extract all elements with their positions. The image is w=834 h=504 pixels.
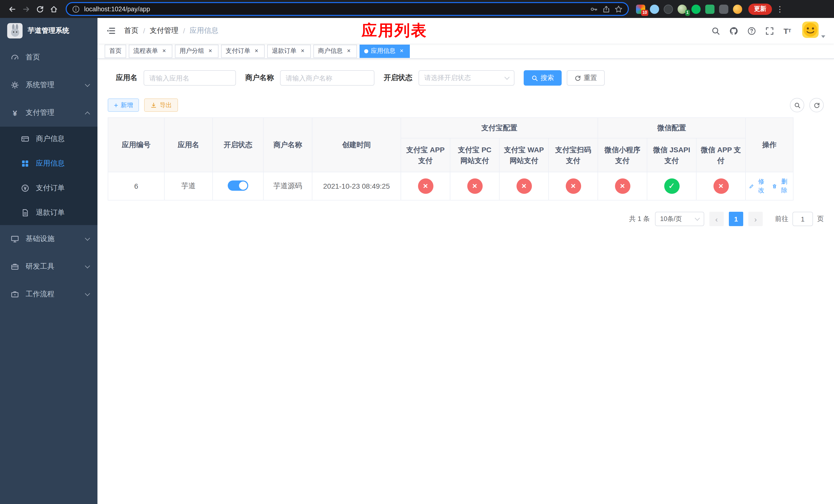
tab-user-group[interactable]: 用户分组× [175,44,219,58]
reload-icon[interactable] [33,2,47,16]
page-title: 应用列表 [361,20,427,41]
extension-drop-icon[interactable] [650,4,659,14]
search-icon[interactable] [710,26,721,36]
sidebar-item-home[interactable]: 首页 [0,44,97,71]
sidebar-fold-icon[interactable] [106,26,116,36]
app-title: 芋道管理系统 [28,26,69,36]
app-name-input-wrap [144,70,236,86]
breadcrumb-payment[interactable]: 支付管理 [150,26,178,36]
tab-label: 退款订单 [272,47,297,55]
tab-close-icon[interactable]: × [160,47,168,54]
col-wx-app: 微信 APP 支付 [696,138,746,172]
password-key-icon[interactable] [590,5,598,13]
plus-icon: + [114,101,118,109]
export-button[interactable]: 导出 [144,98,178,112]
app-logo-row[interactable]: 芋道管理系统 [0,18,97,44]
refresh-table-icon[interactable] [809,98,824,112]
help-icon[interactable] [746,26,756,36]
sidebar-item-system[interactable]: 系统管理 [0,71,97,99]
chrome-update-button[interactable]: 更新 [748,3,772,15]
sidebar-item-refund-order[interactable]: 退款订单 [0,201,97,225]
sidebar-item-app-info[interactable]: 应用信息 [0,151,97,176]
cell-created: 2021-10-23 08:49:25 [312,172,401,200]
user-avatar[interactable] [802,22,819,38]
tab-home[interactable]: 首页 [105,44,126,58]
chevron-down-icon [504,75,510,80]
forward-icon[interactable] [19,2,33,16]
edit-button[interactable]: 修改 [749,177,767,195]
chevron-down-icon [85,82,90,87]
goto-page-input[interactable] [792,212,813,226]
extensions-puzzle-icon[interactable] [719,4,728,14]
status-select[interactable]: 请选择开启状态 [419,70,514,86]
delete-button-label: 删除 [778,177,790,195]
sidebar-item-label: 基础设施 [26,234,54,244]
alipay-app-status-icon: × [418,178,433,194]
table-toolbar: +新增 导出 [108,98,824,112]
font-size-icon[interactable]: TT [782,26,792,36]
tab-close-icon[interactable]: × [299,47,306,54]
profile-avatar-icon[interactable] [733,4,742,14]
browser-menu-icon[interactable]: ⋮ [776,4,782,14]
delete-button[interactable]: 删除 [772,177,790,195]
sidebar-item-label: 首页 [26,53,40,62]
fullscreen-icon[interactable] [764,26,774,36]
extension-grid-icon[interactable]: 10 [636,4,645,14]
extension-chat-icon[interactable] [705,4,715,14]
extension-avatar-icon[interactable]: 1 [678,4,687,14]
page-size-select[interactable]: 10条/页 [655,212,704,226]
extension-wechat-devtools-icon[interactable] [692,4,701,14]
prev-page-button[interactable]: ‹ [709,212,724,226]
merchant-name-input[interactable] [286,74,369,82]
status-toggle[interactable] [228,180,248,190]
avatar-caret-icon[interactable] [821,36,825,38]
tab-close-icon[interactable]: × [207,47,214,54]
share-icon[interactable] [602,5,610,13]
col-app-name: 应用名 [164,118,213,172]
hide-search-icon[interactable] [790,98,804,112]
tab-pay-order[interactable]: 支付订单× [221,44,265,58]
github-icon[interactable] [728,26,739,36]
add-button[interactable]: +新增 [108,98,139,112]
sidebar-item-payment[interactable]: ¥ 支付管理 [0,99,97,127]
next-page-button[interactable]: › [748,212,763,226]
search-button[interactable]: 搜索 [524,70,562,86]
briefcase-icon [10,290,20,298]
app-name-input[interactable] [149,74,230,82]
sidebar-item-label: 商户信息 [36,134,65,143]
col-alipay-pc: 支付宝 PC 网站支付 [450,138,499,172]
sidebar-item-workflow[interactable]: 工作流程 [0,280,97,308]
page-number-button[interactable]: 1 [729,212,743,226]
add-button-label: 新增 [120,101,133,110]
address-bar[interactable]: localhost:1024/pay/app [66,2,629,16]
toolbox-icon [10,262,20,271]
site-info-icon[interactable] [72,5,80,13]
tab-merchant-info[interactable]: 商户信息× [313,44,357,58]
sidebar-item-dev-tools[interactable]: 研发工具 [0,253,97,280]
home-icon[interactable] [47,2,61,16]
credit-card-icon [21,135,30,143]
breadcrumb-home[interactable]: 首页 [124,26,138,36]
extension-dark-icon[interactable] [664,4,673,14]
sidebar-item-infra[interactable]: 基础设施 [0,225,97,253]
tab-close-icon[interactable]: × [253,47,260,54]
tab-app-info[interactable]: 应用信息× [359,44,410,58]
sidebar-item-merchant-info[interactable]: 商户信息 [0,127,97,151]
col-alipay-qr: 支付宝扫码支付 [549,138,598,172]
chevron-down-icon [85,291,90,296]
col-app-id: 应用编号 [108,118,164,172]
grid-icon [21,159,30,168]
tab-close-icon[interactable]: × [345,47,352,54]
tab-close-icon[interactable]: × [398,47,405,54]
tab-label: 用户分组 [179,47,204,55]
sidebar-item-label: 研发工具 [26,262,54,271]
tab-process-form[interactable]: 流程表单× [129,44,172,58]
tab-refund-order[interactable]: 退款订单× [267,44,311,58]
cell-status [213,172,263,200]
sidebar-item-pay-order[interactable]: 支付订单 [0,176,97,201]
back-icon[interactable] [5,2,19,16]
reset-button[interactable]: 重置 [567,70,605,86]
bookmark-star-icon[interactable] [614,5,623,13]
alipay-pc-status-icon: × [467,178,482,194]
filter-form: 应用名 商户名称 开启状态 请选择开启状态 [108,70,824,86]
